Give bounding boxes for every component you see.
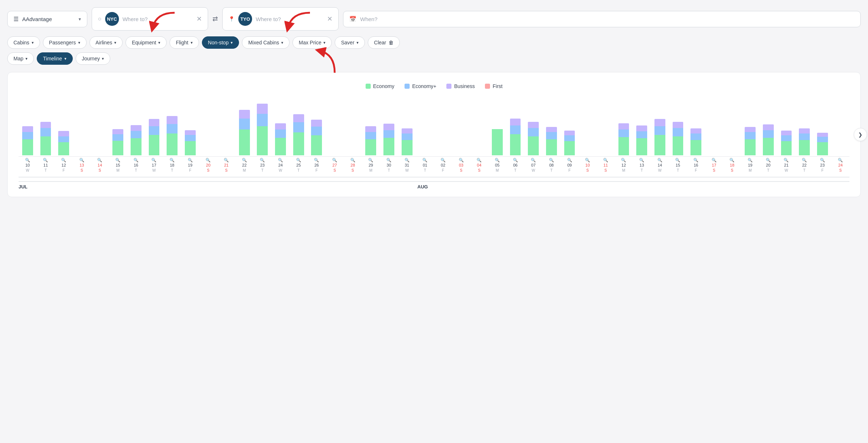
day-column[interactable]: 🔍11T bbox=[37, 122, 55, 173]
economy-color-dot bbox=[366, 84, 371, 89]
day-column[interactable]: 🔍19M bbox=[741, 127, 759, 173]
day-column[interactable]: 🔍12F bbox=[55, 131, 73, 173]
day-column[interactable]: 🔍23F bbox=[813, 133, 832, 173]
next-button[interactable]: ❯ bbox=[854, 128, 867, 141]
day-column[interactable]: 🔍17W bbox=[145, 119, 163, 173]
filter-mixed-cabins[interactable]: Mixed Cabins ▾ bbox=[242, 36, 290, 49]
day-column[interactable]: 🔍16F bbox=[687, 128, 705, 173]
filter-airlines[interactable]: Airlines ▾ bbox=[89, 36, 123, 49]
day-column[interactable]: 🔍24W bbox=[271, 123, 290, 173]
filter-cabins[interactable]: Cabins ▾ bbox=[7, 36, 40, 49]
saver-chevron-icon: ▾ bbox=[357, 40, 359, 45]
day-column[interactable]: 🔍07W bbox=[524, 122, 542, 173]
filter-passengers[interactable]: Passengers ▾ bbox=[43, 36, 87, 49]
day-column[interactable]: 🔍28S bbox=[344, 155, 362, 173]
day-column[interactable]: 🔍25T bbox=[290, 114, 308, 173]
business-color-dot bbox=[446, 84, 451, 89]
day-column[interactable]: 🔍27S bbox=[326, 155, 344, 173]
day-column[interactable]: 🔍20S bbox=[199, 155, 218, 173]
filter-max-price[interactable]: Max Price ▾ bbox=[292, 36, 332, 49]
chart-panel: Economy Economy+ Business First 🔍10W🔍11T… bbox=[7, 72, 861, 197]
map-chevron-icon: ▾ bbox=[25, 56, 28, 61]
dest-clear-icon[interactable]: ✕ bbox=[327, 15, 333, 23]
when-placeholder: When? bbox=[360, 16, 378, 22]
day-column[interactable]: 🔍10S bbox=[578, 155, 597, 173]
origin-clear-icon[interactable]: ✕ bbox=[196, 15, 202, 23]
day-column[interactable]: 🔍20T bbox=[759, 124, 777, 173]
day-column[interactable]: 🔍13T bbox=[633, 125, 651, 173]
trash-icon: 🗑 bbox=[389, 40, 394, 45]
legend-economy-plus: Economy+ bbox=[405, 83, 437, 89]
day-column[interactable]: 🔍26F bbox=[308, 120, 326, 173]
day-column[interactable]: 🔍18S bbox=[723, 155, 741, 173]
filter-row-2: Map ▾ Timeline ▾ Journey ▾ bbox=[7, 52, 861, 65]
top-bar: ☰ AAdvantage ▾ ○ NYC Where to? ✕ ⇄ 📍 TYO… bbox=[7, 7, 861, 31]
day-column[interactable]: 🔍15M bbox=[109, 129, 127, 173]
date-input[interactable]: 📅 When? bbox=[343, 11, 861, 27]
dest-input[interactable]: 📍 TYO Where to? ✕ bbox=[222, 7, 339, 31]
origin-placeholder: Where to? bbox=[123, 16, 148, 22]
filter-clear[interactable]: Clear 🗑 bbox=[368, 36, 399, 49]
hamburger-icon: ☰ bbox=[13, 16, 19, 23]
day-column[interactable]: 🔍31W bbox=[398, 128, 416, 173]
first-color-dot bbox=[485, 84, 490, 89]
dest-pin-icon: 📍 bbox=[228, 16, 235, 22]
legend-economy: Economy bbox=[366, 83, 394, 89]
equipment-chevron-icon: ▾ bbox=[158, 40, 160, 45]
aadvantage-selector[interactable]: ☰ AAdvantage ▾ bbox=[7, 11, 87, 27]
aadvantage-label: AAdvantage bbox=[22, 16, 52, 22]
day-column[interactable]: 🔍02F bbox=[434, 155, 452, 173]
day-column[interactable]: 🔍01T bbox=[416, 155, 434, 173]
day-column[interactable]: 🔍15T bbox=[669, 122, 687, 173]
day-column[interactable]: 🔍21S bbox=[217, 155, 235, 173]
day-column[interactable]: 🔍23T bbox=[254, 104, 272, 173]
day-column[interactable]: 🔍14S bbox=[91, 155, 109, 173]
filter-nonstop[interactable]: Non-stop ▾ bbox=[202, 36, 239, 49]
swap-icon[interactable]: ⇄ bbox=[212, 15, 218, 23]
filter-equipment[interactable]: Equipment ▾ bbox=[126, 36, 167, 49]
filter-flight[interactable]: Flight ▾ bbox=[170, 36, 199, 49]
day-column[interactable]: 🔍09F bbox=[561, 131, 579, 173]
flight-chevron-icon: ▾ bbox=[191, 40, 193, 45]
origin-circle-icon: ○ bbox=[98, 16, 101, 22]
bar-chart: 🔍10W🔍11T🔍12F🔍13S🔍14S🔍15M🔍16T🔍17W🔍18T🔍19F… bbox=[19, 104, 849, 173]
day-column[interactable]: 🔍22M bbox=[235, 110, 254, 173]
day-column[interactable]: 🔍17S bbox=[705, 155, 723, 173]
cabins-chevron-icon: ▾ bbox=[32, 40, 34, 45]
economy-plus-color-dot bbox=[405, 84, 410, 89]
day-column[interactable]: 🔍13S bbox=[73, 155, 91, 173]
calendar-icon: 📅 bbox=[349, 16, 357, 23]
day-column[interactable]: 🔍04S bbox=[470, 155, 488, 173]
day-column[interactable]: 🔍30T bbox=[380, 124, 398, 173]
day-column[interactable]: 🔍19F bbox=[181, 130, 199, 173]
day-column[interactable]: 🔍05M bbox=[488, 129, 506, 173]
day-column[interactable]: 🔍11S bbox=[597, 155, 615, 173]
day-column[interactable]: 🔍10W bbox=[19, 126, 37, 173]
day-column[interactable]: 🔍14W bbox=[651, 119, 669, 173]
day-column[interactable]: 🔍06T bbox=[506, 119, 525, 173]
day-column[interactable]: 🔍24S bbox=[832, 155, 849, 173]
filter-row-1: Cabins ▾ Passengers ▾ Airlines ▾ Equipme… bbox=[7, 36, 861, 49]
filter-saver[interactable]: Saver ▾ bbox=[335, 36, 365, 49]
origin-badge: NYC bbox=[105, 12, 119, 26]
month-labels: JULAUG bbox=[19, 177, 849, 189]
chart-legend: Economy Economy+ Business First bbox=[19, 83, 849, 89]
dest-badge: TYO bbox=[238, 12, 252, 26]
journey-chevron-icon: ▾ bbox=[102, 56, 104, 61]
filter-journey[interactable]: Journey ▾ bbox=[76, 52, 111, 65]
day-column[interactable]: 🔍29M bbox=[362, 126, 380, 173]
passengers-chevron-icon: ▾ bbox=[78, 40, 80, 45]
day-column[interactable]: 🔍21W bbox=[777, 131, 796, 173]
aadvantage-chevron-icon: ▾ bbox=[79, 16, 81, 22]
day-column[interactable]: 🔍16T bbox=[127, 125, 145, 173]
day-column[interactable]: 🔍12M bbox=[615, 123, 633, 173]
dest-placeholder: Where to? bbox=[256, 16, 281, 22]
day-column[interactable]: 🔍18T bbox=[163, 116, 181, 173]
filter-map[interactable]: Map ▾ bbox=[7, 52, 34, 65]
legend-first: First bbox=[485, 83, 502, 89]
day-column[interactable]: 🔍03S bbox=[452, 155, 470, 173]
filter-timeline[interactable]: Timeline ▾ bbox=[37, 52, 72, 65]
day-column[interactable]: 🔍22T bbox=[795, 128, 813, 173]
origin-input[interactable]: ○ NYC Where to? ✕ bbox=[92, 7, 208, 31]
day-column[interactable]: 🔍08T bbox=[542, 127, 561, 173]
